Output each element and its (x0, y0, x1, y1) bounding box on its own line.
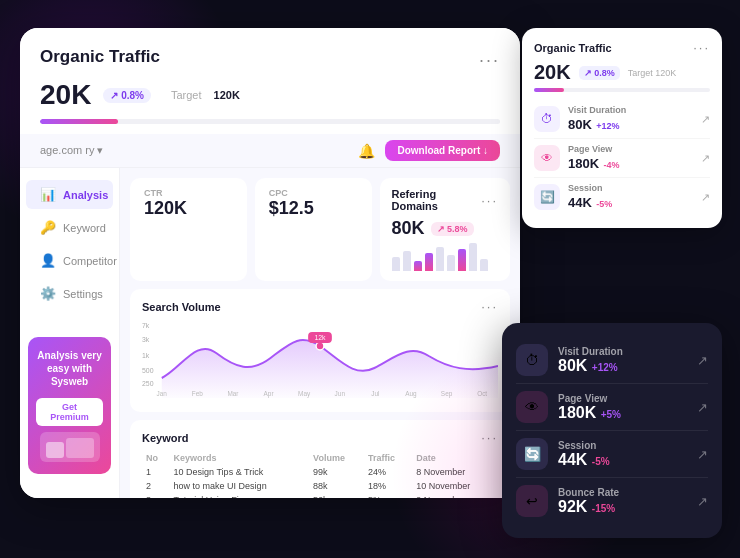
col-volume: Volume (309, 451, 364, 465)
rmc-stat-val: 44K (568, 195, 592, 210)
sidebar-item-competitor[interactable]: 👤 Competitor (26, 246, 113, 275)
rmc-target: Target 120K (628, 68, 677, 78)
brc-stat-val: 180K (558, 404, 596, 421)
svg-text:Sep: Sep (441, 390, 453, 398)
rmc-expand-arrow[interactable]: ↗ (701, 191, 710, 204)
cpc-label: CPC (269, 188, 358, 198)
brc-stat-change: -5% (592, 456, 610, 467)
rmc-stat-name: Session (568, 183, 693, 193)
promo-card: Analysis very easy with Sysweb Get Premi… (28, 337, 111, 474)
main-progress-bar (40, 119, 500, 124)
rmc-stat-info: Visit Duration 80K +12% (568, 105, 693, 133)
rmc-stats-list: ⏱ Visit Duration 80K +12% ↗ 👁 Page View … (534, 100, 710, 216)
bell-icon[interactable]: 🔔 (358, 143, 375, 159)
keyword-icon: 🔑 (40, 220, 56, 235)
sidebar: 📊 Analysis 🔑 Keyword 👤 Competitor ⚙️ Set… (20, 168, 120, 498)
ref-menu-dots[interactable]: ··· (481, 193, 498, 208)
bar-8 (469, 243, 477, 271)
brc-stat-val: 80K (558, 357, 587, 374)
brc-expand-arrow[interactable]: ↗ (697, 353, 708, 368)
brc-stat-icon: 🔄 (516, 438, 548, 470)
svg-text:3k: 3k (142, 336, 150, 343)
nav-url: age.com ry ▾ (40, 144, 358, 157)
rmc-stat-item: 🔄 Session 44K -5% ↗ (534, 178, 710, 216)
col-no: No (142, 451, 170, 465)
keyword-menu-dots[interactable]: ··· (481, 430, 498, 445)
rmc-progress (534, 88, 710, 92)
sidebar-item-analysis[interactable]: 📊 Analysis (26, 180, 113, 209)
main-dashboard-card: Organic Traffic ... 20K ↗ 0.8% Target 12… (20, 28, 520, 498)
row-traffic: 24% (364, 465, 412, 479)
rmc-stat-info: Session 44K -5% (568, 183, 693, 211)
rmc-title: Organic Traffic (534, 42, 612, 54)
row-traffic: 5% (364, 493, 412, 498)
rmc-value: 20K (534, 61, 571, 84)
main-card-menu-dots[interactable]: ... (479, 46, 500, 67)
chart-header: Search Volume ··· (142, 299, 498, 314)
ref-value: 80K (392, 218, 425, 239)
bottom-right-card: ⏱ Visit Duration 80K +12% ↗ 👁 Page View … (502, 323, 722, 538)
svg-text:250: 250 (142, 380, 154, 387)
rmc-header: Organic Traffic ··· (534, 40, 710, 55)
col-keywords: Keywords (170, 451, 309, 465)
brc-expand-arrow[interactable]: ↗ (697, 494, 708, 509)
brc-stat-item: ↩ Bounce Rate 92K -15% ↗ (516, 478, 708, 524)
rmc-expand-arrow[interactable]: ↗ (701, 113, 710, 126)
brc-expand-arrow[interactable]: ↗ (697, 447, 708, 462)
rmc-progress-fill (534, 88, 564, 92)
rmc-stat-info: Page View 180K -4% (568, 144, 693, 172)
row-no: 1 (142, 465, 170, 479)
main-progress-fill (40, 119, 118, 124)
row-no: 2 (142, 479, 170, 493)
rmc-expand-arrow[interactable]: ↗ (701, 152, 710, 165)
sidebar-item-settings[interactable]: ⚙️ Settings (26, 279, 113, 308)
keyword-header: Keyword ··· (142, 430, 498, 445)
rmc-stat-name: Page View (568, 144, 693, 154)
chart-menu-dots[interactable]: ··· (481, 299, 498, 314)
main-card-title: Organic Traffic (40, 47, 160, 67)
brc-stat-item: ⏱ Visit Duration 80K +12% ↗ (516, 337, 708, 384)
ref-bar-chart (392, 243, 499, 271)
get-premium-button[interactable]: Get Premium (36, 398, 103, 426)
rmc-stat-icon: 🔄 (534, 184, 560, 210)
rmc-stat-icon: ⏱ (534, 106, 560, 132)
brc-stat-icon: 👁 (516, 391, 548, 423)
row-keyword: how to make UI Design (170, 479, 309, 493)
svg-text:Apr: Apr (264, 390, 275, 398)
brc-stat-val: 92K (558, 498, 587, 515)
row-volume: 56k (309, 493, 364, 498)
svg-text:Jan: Jan (157, 390, 168, 397)
rmc-stat-val: 180K (568, 156, 599, 171)
main-card-header: Organic Traffic ... (20, 28, 520, 75)
main-metric-row: 20K ↗ 0.8% Target 120K (20, 75, 520, 119)
row-date: 9 November (412, 493, 498, 498)
chart-title: Search Volume (142, 301, 221, 313)
brc-stat-icon: ⏱ (516, 344, 548, 376)
brc-expand-arrow[interactable]: ↗ (697, 400, 708, 415)
url-dropdown[interactable]: ry ▾ (85, 144, 103, 156)
rmc-menu-dots[interactable]: ··· (693, 40, 710, 55)
sidebar-label-competitor: Competitor (63, 255, 117, 267)
download-report-button[interactable]: Download Report ↓ (385, 140, 500, 161)
promo-title: Analysis very easy with Sysweb (36, 349, 103, 388)
bar-2 (403, 251, 411, 271)
rmc-stat-item: 👁 Page View 180K -4% ↗ (534, 139, 710, 178)
bar-4 (425, 253, 433, 271)
sidebar-item-keyword[interactable]: 🔑 Keyword (26, 213, 113, 242)
bar-3 (414, 261, 422, 271)
main-metric-badge: ↗ 0.8% (103, 88, 151, 103)
svg-text:Feb: Feb (192, 390, 203, 397)
sidebar-label-settings: Settings (63, 288, 103, 300)
row-keyword: Tutorial Using Figma (170, 493, 309, 498)
table-row: 1 10 Design Tips & Trick 99k 24% 8 Novem… (142, 465, 498, 479)
bar-7 (458, 249, 466, 271)
svg-text:Jul: Jul (371, 390, 379, 397)
settings-icon: ⚙️ (40, 286, 56, 301)
col-date: Date (412, 451, 498, 465)
brc-stat-item: 🔄 Session 44K -5% ↗ (516, 431, 708, 478)
svg-point-5 (316, 342, 324, 350)
bar-1 (392, 257, 400, 271)
svg-text:7k: 7k (142, 322, 150, 329)
rmc-stat-icon: 👁 (534, 145, 560, 171)
svg-text:1k: 1k (142, 352, 150, 359)
